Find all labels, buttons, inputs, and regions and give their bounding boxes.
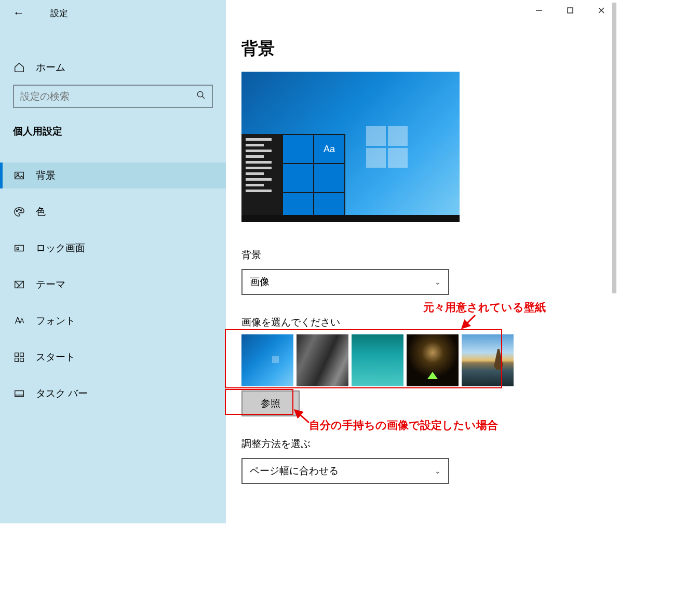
nav-fonts-label: フォント: [36, 314, 75, 328]
start-icon: [13, 351, 25, 363]
main-content: 背景 Aa: [226, 0, 617, 523]
nav-lockscreen-label: ロック画面: [36, 241, 85, 255]
nav-taskbar[interactable]: タスク バー: [0, 381, 226, 407]
wallpaper-thumb-1[interactable]: [241, 334, 293, 386]
back-button[interactable]: ←: [13, 6, 24, 20]
palette-icon: [13, 206, 25, 218]
fit-label: 調整方法を選ぶ: [241, 437, 617, 451]
windows-logo-icon: [366, 126, 408, 168]
svg-point-6: [20, 210, 21, 211]
sample-tile-text: Aa: [314, 135, 344, 163]
nav-colors[interactable]: 色: [0, 199, 226, 225]
sidebar: ← 設定 ホーム 個人用設定 背景: [0, 0, 226, 523]
wallpaper-thumb-4[interactable]: [407, 334, 459, 386]
annotation-own-image: 自分の手持ちの画像で設定したい場合: [309, 418, 498, 433]
chevron-down-icon: ⌄: [435, 467, 441, 475]
lockscreen-icon: [13, 242, 25, 254]
nav-home[interactable]: ホーム: [0, 55, 226, 80]
chevron-down-icon: ⌄: [435, 278, 441, 286]
fit-dropdown[interactable]: ページ幅に合わせる ⌄: [241, 458, 449, 484]
svg-point-4: [16, 210, 17, 211]
nav-start-label: スタート: [36, 350, 75, 364]
background-type-label: 背景: [241, 248, 617, 262]
picture-icon: [13, 169, 25, 182]
wallpaper-thumbnails: [241, 334, 617, 386]
svg-rect-19: [568, 8, 573, 13]
background-type-dropdown[interactable]: 画像 ⌄: [241, 269, 449, 295]
nav-taskbar-label: タスク バー: [36, 387, 88, 400]
taskbar-icon: [13, 387, 25, 400]
window-controls: [523, 0, 617, 21]
nav-colors-label: 色: [36, 205, 46, 219]
svg-point-0: [197, 91, 203, 97]
nav-background-label: 背景: [36, 169, 56, 182]
nav-lockscreen[interactable]: ロック画面: [0, 235, 226, 261]
svg-rect-13: [20, 358, 24, 362]
theme-icon: [13, 278, 25, 291]
fit-value: ページ幅に合わせる: [250, 464, 339, 478]
nav-start[interactable]: スタート: [0, 344, 226, 370]
maximize-button[interactable]: [555, 0, 586, 21]
choose-image-label: 画像を選んでください: [241, 316, 617, 329]
svg-rect-14: [15, 391, 24, 397]
scrollbar[interactable]: [612, 3, 616, 293]
section-label: 個人用設定: [0, 118, 226, 144]
nav-home-label: ホーム: [36, 61, 65, 74]
browse-button[interactable]: 参照: [241, 390, 300, 416]
search-input-container[interactable]: [13, 85, 213, 108]
taskbar-preview: [241, 215, 460, 222]
home-icon: [13, 61, 25, 74]
font-icon: AA: [13, 315, 25, 327]
svg-line-1: [202, 96, 205, 99]
svg-rect-7: [15, 246, 24, 251]
svg-rect-11: [20, 353, 24, 357]
nav-themes-label: テーマ: [36, 278, 65, 291]
nav-background[interactable]: 背景: [0, 163, 226, 188]
window-title: 設定: [50, 7, 68, 19]
nav-themes[interactable]: テーマ: [0, 272, 226, 298]
annotation-preset: 元々用意されている壁紙: [423, 300, 546, 315]
search-icon: [196, 90, 206, 102]
start-menu-preview: Aa: [241, 134, 345, 222]
svg-rect-8: [17, 248, 19, 250]
wallpaper-thumb-2[interactable]: [297, 334, 348, 386]
minimize-button[interactable]: [523, 0, 555, 21]
nav-fonts[interactable]: AA フォント: [0, 308, 226, 334]
close-button[interactable]: [586, 0, 617, 21]
svg-rect-10: [15, 353, 19, 357]
wallpaper-thumb-3[interactable]: [352, 334, 403, 386]
search-input[interactable]: [20, 91, 196, 102]
background-type-value: 画像: [250, 275, 270, 289]
desktop-preview: Aa: [241, 72, 460, 222]
svg-rect-12: [15, 358, 19, 362]
svg-rect-2: [15, 172, 24, 179]
svg-point-5: [18, 209, 19, 210]
wallpaper-thumb-5[interactable]: [462, 334, 514, 386]
